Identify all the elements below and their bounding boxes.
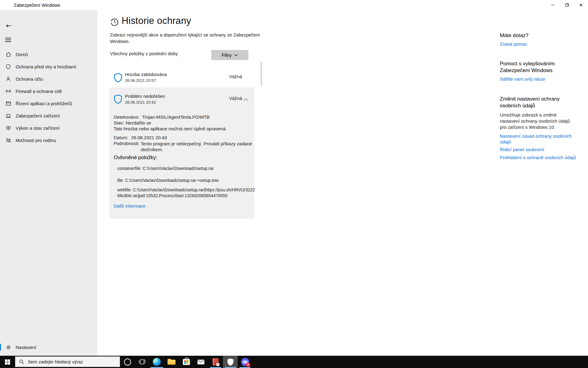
threat-shield-icon bbox=[114, 73, 122, 82]
virus-shield-icon bbox=[5, 63, 12, 70]
edge-button[interactable] bbox=[149, 356, 164, 368]
firewall-network-icon bbox=[5, 88, 12, 94]
filter-button-label: Filtry bbox=[222, 52, 232, 58]
scrollbar[interactable] bbox=[261, 61, 262, 85]
sidebar-item-account-protection[interactable]: Ochrana účtu bbox=[0, 73, 97, 85]
sidebar-item-label: Ochrana účtu bbox=[16, 76, 43, 82]
feedback-link[interactable]: Sdělte nám svůj názor bbox=[500, 76, 545, 82]
date-line: Datum:26.06.2021 20:43 bbox=[114, 135, 167, 140]
back-arrow-icon: ← bbox=[6, 22, 11, 29]
privacy-statement-link[interactable]: Prohlášení o ochraně osobních údajů bbox=[500, 155, 576, 160]
threat-shield-icon bbox=[114, 94, 122, 104]
sidebar-item-label: Nastavení bbox=[16, 345, 36, 350]
store-button[interactable] bbox=[179, 356, 194, 368]
status-line: Stav:Nezdařilo se bbox=[114, 120, 151, 125]
titlebar: Zabezpečení Windows ✕ bbox=[0, 0, 588, 10]
app-browser-icon bbox=[5, 100, 12, 106]
contacts-app-button[interactable]: ✕ bbox=[208, 356, 223, 368]
status-label: Stav: bbox=[114, 120, 124, 125]
sidebar-item-app-browser-control[interactable]: Řízení aplikací a prohlížečů bbox=[0, 97, 97, 109]
sidebar-item-label: Ochrana před viry a hrozbami bbox=[16, 64, 76, 69]
taskbar-search[interactable] bbox=[15, 356, 120, 367]
cortana-icon bbox=[124, 358, 131, 366]
gear-icon bbox=[5, 344, 12, 350]
cortana-button[interactable] bbox=[120, 356, 135, 368]
windows-security-button[interactable] bbox=[223, 356, 238, 368]
affected-item: file: C:\Users\Vaclav\Downloads\setup.ra… bbox=[117, 178, 256, 183]
affected-item: containerfile: C:\Users\Vaclav\Downloads… bbox=[117, 166, 256, 171]
date-label: Datum: bbox=[114, 135, 128, 140]
search-input[interactable] bbox=[27, 359, 114, 365]
restore-button[interactable] bbox=[560, 0, 574, 10]
menu-button[interactable] bbox=[5, 38, 11, 43]
sidebar-item-virus-protection[interactable]: Ochrana před viry a hrozbami bbox=[0, 60, 97, 73]
status-value: Nezdařilo se bbox=[126, 120, 151, 125]
sidebar-item-family-options[interactable]: Možnosti pro rodinu bbox=[0, 134, 97, 146]
windows-security-icon bbox=[227, 358, 234, 366]
windows-security-app: Zabezpečení Windows ✕ ← Domů Ochrana pře… bbox=[0, 0, 588, 368]
discord-notification-badge: 9 bbox=[246, 362, 251, 367]
details-label: Podrobnosti: bbox=[114, 141, 141, 152]
task-view-button[interactable] bbox=[135, 356, 149, 368]
discord-icon: 9 bbox=[241, 358, 249, 366]
filter-button[interactable]: Filtry bbox=[211, 50, 248, 60]
more-info-link[interactable]: Další informace bbox=[114, 203, 145, 209]
minimize-button[interactable] bbox=[546, 0, 560, 10]
page-title: Historie ochrany bbox=[122, 15, 191, 26]
item-title: Problém nedořešen bbox=[125, 94, 165, 99]
get-help-link[interactable]: Získat pomoc bbox=[500, 41, 527, 47]
privacy-dashboard-link[interactable]: Řídicí panel soukromí bbox=[500, 147, 544, 152]
window-title: Zabezpečení Windows bbox=[14, 0, 60, 10]
item-title: Hrozba zablokována bbox=[125, 72, 167, 77]
sidebar-item-device-health[interactable]: Výkon a stav zařízení bbox=[0, 122, 97, 134]
detected-line: Detekováno:Trojan:MSIL/AgentTesla.FO!MTB bbox=[114, 114, 210, 120]
contacts-blocked-icon: ✕ bbox=[213, 358, 219, 366]
sidebar-item-label: Firewall a ochrana sítě bbox=[16, 89, 62, 94]
close-button[interactable]: ✕ bbox=[574, 0, 588, 10]
item-date: 26.06.2021 20:57 bbox=[125, 78, 156, 83]
file-explorer-button[interactable] bbox=[164, 356, 179, 368]
back-button[interactable]: ← bbox=[4, 22, 13, 30]
sidebar-item-firewall[interactable]: Firewall a ochrana sítě bbox=[0, 85, 97, 97]
task-view-icon bbox=[139, 359, 145, 365]
minimize-icon bbox=[551, 5, 555, 5]
sidebar-item-label: Výkon a stav zařízení bbox=[16, 125, 59, 131]
device-security-icon bbox=[5, 113, 12, 119]
chevron-down-icon bbox=[234, 54, 238, 56]
help-heading: Máte dotaz? bbox=[500, 32, 529, 39]
sidebar-item-device-security[interactable]: Zabezpečení zařízení bbox=[0, 109, 97, 122]
device-health-icon bbox=[5, 125, 12, 131]
sidebar-nav: Domů Ochrana před viry a hrozbami Ochran… bbox=[0, 48, 97, 146]
sidebar-item-settings[interactable]: Nastavení bbox=[0, 341, 97, 353]
severity-label: Vážná bbox=[229, 96, 242, 101]
sidebar-item-home[interactable]: Domů bbox=[0, 48, 97, 60]
file-explorer-icon bbox=[168, 359, 175, 365]
affected-items-heading: Ovlivněné položky: bbox=[114, 155, 157, 161]
protection-history-item-expanded: Problém nedořešen 26.06.2021 20:42 Vážná… bbox=[109, 87, 254, 219]
detected-label: Detekováno: bbox=[114, 114, 139, 120]
sidebar: ← Domů Ochrana před viry a hrozbami Ochr… bbox=[0, 10, 97, 356]
account-icon bbox=[5, 76, 12, 82]
details-value: Tento program je nebezpečný. Provádí pří… bbox=[141, 141, 255, 152]
sidebar-item-label: Zabezpečení zařízení bbox=[16, 113, 60, 118]
chevron-up-icon[interactable] bbox=[243, 97, 248, 102]
taskbar: ✕ 9 19°C Přev. slunečno bbox=[0, 356, 588, 368]
history-clock-icon bbox=[110, 17, 119, 28]
mail-button[interactable] bbox=[194, 356, 208, 368]
search-icon bbox=[19, 359, 24, 364]
discord-button[interactable]: 9 bbox=[238, 356, 252, 368]
start-button[interactable] bbox=[0, 356, 15, 368]
sidebar-item-label: Řízení aplikací a prohlížečů bbox=[16, 101, 72, 106]
privacy-heading: Změnit nastavení ochrany osobních údajů bbox=[500, 96, 577, 109]
severity-label: Vážná bbox=[229, 74, 242, 79]
affected-item: webfile: C:\Users\Vaclav\Downloads\setup… bbox=[117, 187, 256, 199]
scope-label: Všechny položky z poslední doby bbox=[110, 51, 178, 56]
close-icon: ✕ bbox=[579, 2, 583, 8]
microsoft-store-icon bbox=[183, 359, 190, 365]
privacy-settings-link[interactable]: Nastavení zásad ochrany osobních údajů bbox=[500, 133, 576, 145]
privacy-body: Umožňuje zobrazit a změnit nastavení och… bbox=[500, 112, 576, 130]
home-icon bbox=[5, 51, 12, 57]
status-note: Tato hrozba nebo aplikace možná není úpl… bbox=[114, 126, 227, 131]
family-icon bbox=[5, 137, 12, 143]
sidebar-item-label: Možnosti pro rodinu bbox=[16, 138, 56, 143]
